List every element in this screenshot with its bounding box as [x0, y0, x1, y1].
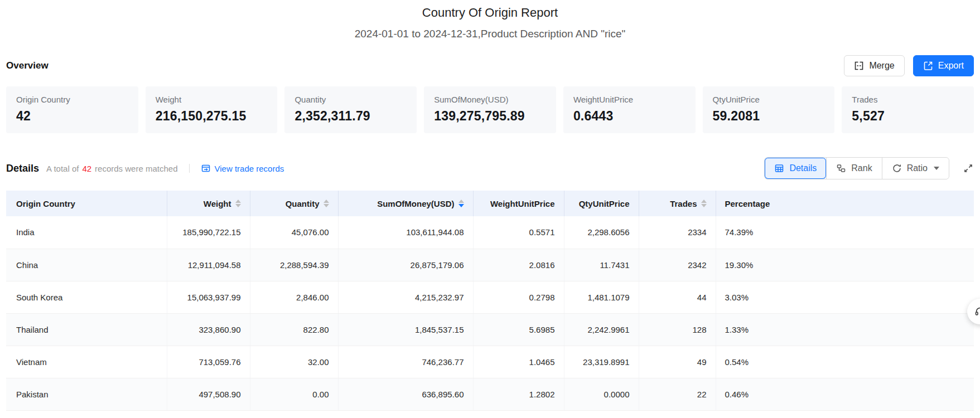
- merge-cells-icon: [854, 61, 864, 71]
- match-prefix: A total of: [46, 164, 79, 173]
- stat-card-weightunitprice: WeightUnitPrice0.6443: [563, 86, 696, 133]
- table-row-south-korea: South Korea15,063,937.992,846.004,215,23…: [6, 281, 974, 313]
- cell-qtyunitprice: 2,242.9961: [564, 313, 639, 346]
- details-bar-right: DetailsRankRatio: [764, 157, 974, 179]
- cell-sumofmoney-usd: 26,875,179.06: [338, 249, 473, 281]
- column-header-qtyunitprice: QtyUnitPrice: [564, 191, 639, 216]
- stat-card-label: Weight: [156, 95, 268, 104]
- view-mode-details[interactable]: Details: [765, 158, 826, 179]
- stat-card-origin-country: Origin Country42: [6, 86, 138, 133]
- column-header-inner: SumOfMoney(USD): [347, 199, 464, 208]
- column-header-inner: Weight: [176, 199, 241, 208]
- sort-caret-down-icon: [458, 204, 464, 207]
- view-mode-ratio[interactable]: Ratio: [882, 158, 949, 179]
- cell-qtyunitprice: 11.7431: [564, 249, 639, 281]
- cell-quantity: 32.00: [250, 346, 338, 378]
- stat-card-value: 42: [16, 109, 128, 124]
- table-row-pakistan: Pakistan497,508.900.00636,895.601.28020.…: [6, 378, 974, 410]
- export-button-label: Export: [938, 61, 964, 71]
- sort-caret-up-icon: [458, 200, 464, 203]
- cell-quantity: 2,288,594.39: [250, 249, 338, 281]
- stat-card-value: 0.6443: [573, 109, 685, 124]
- sort-caret-down-icon: [324, 204, 329, 207]
- cell-trades: 2334: [639, 216, 716, 249]
- column-header-inner: Origin Country: [16, 199, 158, 208]
- stat-card-label: QtyUnitPrice: [713, 95, 825, 104]
- cell-trades: 22: [639, 378, 716, 410]
- column-header-inner: Quantity: [259, 199, 329, 208]
- stat-card-sumofmoney-usd: SumOfMoney(USD)139,275,795.89: [424, 86, 556, 133]
- cell-origin-country: Pakistan: [6, 378, 167, 410]
- cell-sumofmoney-usd: 636,895.60: [338, 378, 473, 410]
- sort-caret-up-icon: [324, 200, 329, 203]
- country-of-origin-report-page: Country Of Origin Report 2024-01-01 to 2…: [0, 0, 980, 418]
- view-mode-rank[interactable]: Rank: [826, 158, 881, 179]
- stat-card-value: 59.2081: [713, 109, 825, 124]
- fullscreen-expand-icon: [963, 163, 974, 174]
- cell-origin-country: India: [6, 216, 167, 249]
- column-header-label: Percentage: [725, 199, 770, 208]
- cell-weight: 185,990,722.15: [167, 216, 250, 249]
- view-trade-records-label: View trade records: [215, 164, 284, 173]
- cell-weight: 323,860.90: [167, 313, 250, 346]
- cell-quantity: 0.00: [250, 378, 338, 410]
- column-header-label: Origin Country: [16, 199, 75, 208]
- sort-caret-down-icon: [701, 204, 707, 207]
- cell-weightunitprice: 0.2798: [473, 281, 564, 313]
- merge-button-label: Merge: [869, 61, 894, 71]
- details-table-header: Origin CountryWeightQuantitySumOfMoney(U…: [6, 191, 974, 216]
- sort-carets-icon: [235, 200, 241, 207]
- export-button[interactable]: Export: [913, 55, 974, 76]
- cell-weightunitprice: 2.0816: [473, 249, 564, 281]
- cell-quantity: 822.80: [250, 313, 338, 346]
- cell-weightunitprice: 1.0465: [473, 346, 564, 378]
- match-summary: A total of 42 records were matched: [46, 164, 177, 173]
- column-header-inner: WeightUnitPrice: [482, 199, 555, 208]
- stat-card-qtyunitprice: QtyUnitPrice59.2081: [703, 86, 835, 133]
- cell-percentage: 0.54%: [716, 346, 974, 378]
- column-header-label: Quantity: [286, 199, 320, 208]
- details-section-bar: Details A total of 42 records were match…: [6, 157, 974, 179]
- cell-sumofmoney-usd: 1,845,537.15: [338, 313, 473, 346]
- column-header-sumofmoney-usd[interactable]: SumOfMoney(USD): [338, 191, 473, 216]
- cell-weightunitprice: 5.6985: [473, 313, 564, 346]
- cell-sumofmoney-usd: 103,611,944.08: [338, 216, 473, 249]
- sort-caret-up-icon: [235, 200, 241, 203]
- cell-quantity: 45,076.00: [250, 216, 338, 249]
- overview-section-bar: Overview Merge Export: [6, 55, 974, 76]
- cell-origin-country: Vietnam: [6, 346, 167, 378]
- column-header-origin-country: Origin Country: [6, 191, 167, 216]
- column-header-label: SumOfMoney(USD): [377, 199, 454, 208]
- cell-percentage: 3.03%: [716, 281, 974, 313]
- stat-card-label: Quantity: [295, 95, 407, 104]
- column-header-label: QtyUnitPrice: [579, 199, 630, 208]
- column-header-inner: QtyUnitPrice: [573, 199, 630, 208]
- column-header-weight[interactable]: Weight: [167, 191, 250, 216]
- cell-sumofmoney-usd: 746,236.77: [338, 346, 473, 378]
- details-table: Origin CountryWeightQuantitySumOfMoney(U…: [6, 191, 974, 411]
- details-heading: Details: [6, 163, 39, 174]
- stat-card-trades: Trades5,527: [842, 86, 974, 133]
- page-title: Country Of Origin Report: [0, 6, 980, 20]
- column-header-label: WeightUnitPrice: [490, 199, 555, 208]
- export-icon: [923, 61, 933, 71]
- cell-trades: 2342: [639, 249, 716, 281]
- cell-trades: 49: [639, 346, 716, 378]
- fullscreen-button[interactable]: [963, 163, 974, 174]
- view-trade-records-link[interactable]: View trade records: [201, 163, 284, 173]
- table-icon: [774, 163, 784, 173]
- match-suffix: records were matched: [95, 164, 177, 173]
- column-header-trades[interactable]: Trades: [639, 191, 716, 216]
- column-header-label: Weight: [204, 199, 231, 208]
- cell-weight: 15,063,937.99: [167, 281, 250, 313]
- cell-trades: 128: [639, 313, 716, 346]
- cell-origin-country: South Korea: [6, 281, 167, 313]
- cell-weight: 12,911,094.58: [167, 249, 250, 281]
- table-row-thailand: Thailand323,860.90822.801,845,537.155.69…: [6, 313, 974, 346]
- merge-button[interactable]: Merge: [844, 55, 904, 76]
- headset-icon: [974, 305, 980, 318]
- column-header-quantity[interactable]: Quantity: [250, 191, 338, 216]
- cell-origin-country: China: [6, 249, 167, 281]
- ratio-icon: [892, 163, 902, 173]
- cell-percentage: 19.30%: [716, 249, 974, 281]
